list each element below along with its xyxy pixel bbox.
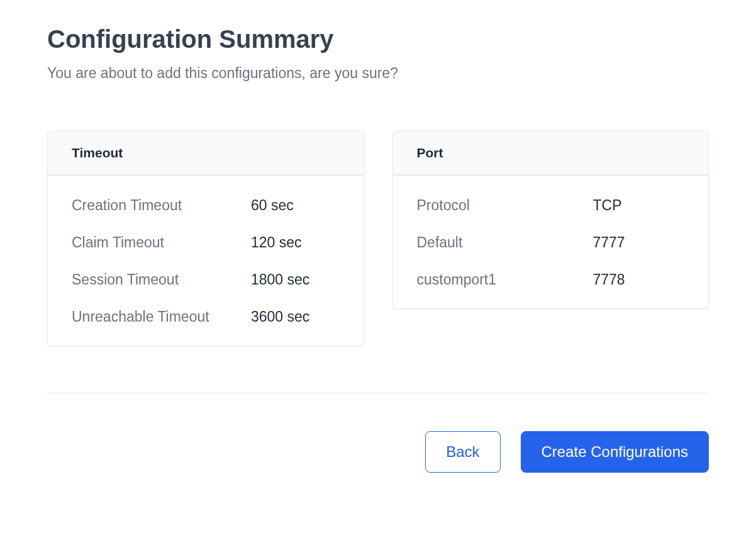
port-card-body: Protocol TCP Default 7777 customport1 77…: [393, 176, 709, 308]
row-label: Claim Timeout: [72, 234, 251, 251]
port-card-header: Port: [393, 132, 709, 176]
create-configurations-button[interactable]: Create Configurations: [521, 431, 709, 473]
table-row: Unreachable Timeout 3600 sec: [72, 298, 340, 325]
footer-actions: Back Create Configurations: [47, 393, 709, 473]
row-label: Session Timeout: [72, 271, 251, 288]
row-value: 1800 sec: [251, 271, 309, 288]
timeout-card-body: Creation Timeout 60 sec Claim Timeout 12…: [48, 176, 364, 346]
row-value: TCP: [593, 197, 622, 214]
table-row: Default 7777: [417, 224, 685, 261]
row-label: Creation Timeout: [72, 197, 251, 214]
row-value: 120 sec: [251, 234, 302, 251]
port-card: Port Protocol TCP Default 7777 custompor…: [392, 131, 709, 309]
page-title: Configuration Summary: [47, 25, 709, 54]
row-label: Unreachable Timeout: [72, 308, 251, 325]
row-value: 3600 sec: [251, 308, 309, 325]
table-row: Session Timeout 1800 sec: [72, 261, 340, 298]
row-value: 7777: [593, 234, 625, 251]
table-row: customport1 7778: [417, 261, 685, 288]
summary-cards-row: Timeout Creation Timeout 60 sec Claim Ti…: [47, 131, 709, 346]
page-subtitle: You are about to add this configurations…: [47, 65, 709, 82]
row-label: Default: [417, 234, 593, 251]
row-value: 7778: [593, 271, 625, 288]
timeout-card-header: Timeout: [48, 132, 364, 176]
timeout-card: Timeout Creation Timeout 60 sec Claim Ti…: [47, 131, 364, 346]
table-row: Creation Timeout 60 sec: [72, 197, 340, 224]
row-label: customport1: [417, 271, 593, 288]
row-value: 60 sec: [251, 197, 294, 214]
back-button[interactable]: Back: [425, 431, 500, 473]
table-row: Claim Timeout 120 sec: [72, 224, 340, 261]
row-label: Protocol: [417, 197, 593, 214]
table-row: Protocol TCP: [417, 197, 685, 224]
